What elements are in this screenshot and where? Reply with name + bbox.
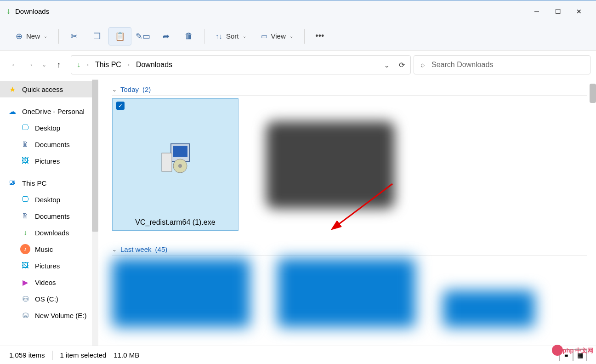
status-bar: 1,059 items 1 item selected 11.0 MB ≡ ▦	[0, 346, 596, 364]
sidebar-item-label: Desktop	[35, 196, 60, 204]
redacted-thumbnail	[266, 121, 395, 209]
close-button[interactable]: ✕	[568, 4, 590, 19]
sidebar-item-pictures[interactable]: 🖼Pictures	[0, 153, 98, 169]
sidebar-item-label: This PC	[22, 179, 46, 187]
content-pane: ⌄ Today (2) ✓ VC_redist.arm64 (1).exe	[98, 79, 596, 346]
star-icon: ★	[7, 84, 17, 94]
group-header-today[interactable]: ⌄ Today (2)	[112, 84, 587, 96]
view-button[interactable]: ▭ View ⌄	[254, 27, 301, 46]
new-button[interactable]: ⊕ New ⌄	[8, 27, 55, 46]
sidebar-item-label: Downloads	[35, 229, 69, 237]
sidebar-item-desktop[interactable]: 🖵Desktop	[0, 191, 98, 208]
cloud-icon: ☁	[7, 106, 17, 116]
file-name: VC_redist.arm64 (1).exe	[113, 216, 238, 230]
watermark: php 中文网	[563, 347, 593, 355]
pic-icon: 🖼	[20, 261, 30, 271]
minimize-button[interactable]: ─	[526, 4, 547, 19]
installer-icon	[117, 99, 234, 216]
downloads-icon: ↓	[77, 61, 80, 69]
sidebar-item-label: OS (C:)	[35, 295, 58, 303]
sidebar-item-label: Desktop	[35, 124, 60, 132]
sidebar-item-os-c-[interactable]: ⛁OS (C:)	[0, 290, 98, 307]
forward-button[interactable]: →	[24, 60, 35, 70]
breadcrumb-item[interactable]: Downloads	[136, 61, 172, 69]
sidebar-item-new-volume-e-[interactable]: ⛁New Volume (E:)	[0, 307, 98, 324]
search-box[interactable]: ⌕ Search Downloads	[414, 55, 590, 74]
chevron-right-icon: ›	[126, 62, 131, 68]
doc-icon: 🗎	[20, 139, 30, 149]
scrollbar-thumb[interactable]	[590, 84, 596, 103]
sidebar-item-label: Pictures	[35, 262, 60, 270]
sidebar-item-quick-access[interactable]: ★Quick access	[0, 81, 98, 97]
mus-icon: ♪	[20, 244, 30, 254]
more-button[interactable]: •••	[308, 27, 331, 46]
desk-icon: 🖵	[20, 194, 30, 205]
cut-button[interactable]: ✂	[62, 27, 85, 46]
chevron-down-icon: ⌄	[289, 34, 293, 39]
sidebar-item-label: OneDrive - Personal	[22, 108, 85, 115]
file-item[interactable]	[266, 98, 392, 231]
sidebar-item-documents[interactable]: 🗎Documents	[0, 136, 98, 153]
sidebar-item-downloads[interactable]: ↓Downloads	[0, 224, 98, 241]
sidebar-item-label: Quick access	[22, 85, 63, 93]
address-dropdown[interactable]: ⌄	[384, 61, 390, 69]
file-item-selected[interactable]: ✓ VC_redist.arm64 (1).exe	[112, 98, 238, 231]
svg-rect-1	[173, 146, 187, 157]
divider	[58, 29, 59, 44]
sidebar-item-label: Videos	[35, 279, 56, 286]
sidebar-item-label: Documents	[35, 141, 70, 148]
drv-icon: ⛁	[20, 294, 30, 304]
sidebar-item-label: New Volume (E:)	[35, 312, 87, 319]
chevron-down-icon: ⌄	[112, 246, 117, 253]
sidebar-item-label: Documents	[35, 212, 70, 220]
divider	[204, 29, 204, 44]
copy-button[interactable]: ❐	[85, 27, 108, 46]
title-bar: ↓ Downloads ─ ☐ ✕	[0, 0, 596, 22]
sort-button[interactable]: ↑↓ Sort ⌄	[208, 27, 254, 46]
plus-icon: ⊕	[16, 31, 23, 41]
address-bar[interactable]: ↓ › This PC › Downloads ⌄ ⟳	[71, 55, 411, 74]
sidebar-item-onedrive-personal[interactable]: ☁OneDrive - Personal	[0, 103, 98, 119]
downloads-icon: ↓	[6, 6, 11, 16]
pic-icon: 🖼	[20, 156, 30, 166]
status-selection: 1 item selected	[60, 351, 107, 359]
main-area: ★Quick access☁OneDrive - Personal🖵Deskto…	[0, 79, 596, 346]
rename-button[interactable]: ✎▭	[131, 27, 154, 46]
status-total: 1,059 items	[9, 351, 45, 359]
search-placeholder: Search Downloads	[431, 61, 493, 69]
desk-icon: 🖵	[20, 123, 30, 133]
share-button[interactable]: ➦	[154, 27, 177, 46]
svg-rect-2	[162, 153, 172, 171]
sidebar-item-music[interactable]: ♪Music	[0, 241, 98, 257]
chevron-down-icon: ⌄	[44, 34, 47, 39]
chevron-down-icon: ⌄	[112, 86, 117, 93]
scrollbar-thumb[interactable]	[92, 80, 98, 232]
view-icon: ▭	[261, 32, 267, 40]
search-icon: ⌕	[420, 61, 425, 69]
paste-button[interactable]: 📋	[108, 27, 131, 46]
svg-point-4	[178, 164, 182, 168]
group-header-lastweek[interactable]: ⌄ Last week (45)	[112, 244, 587, 256]
scrollbar-track[interactable]	[92, 79, 98, 346]
status-size: 11.0 MB	[114, 351, 139, 359]
selection-checkbox[interactable]: ✓	[116, 102, 125, 110]
sidebar-item-videos[interactable]: ▶Videos	[0, 274, 98, 290]
delete-button[interactable]: 🗑	[177, 27, 200, 46]
back-button[interactable]: ←	[9, 60, 20, 70]
maximize-button[interactable]: ☐	[547, 4, 568, 19]
sidebar-item-pictures[interactable]: 🖼Pictures	[0, 257, 98, 274]
redacted-thumbnail[interactable]	[112, 258, 250, 327]
breadcrumb-item[interactable]: This PC	[95, 61, 121, 69]
chevron-down-icon: ⌄	[243, 34, 246, 39]
sidebar-item-documents[interactable]: 🗎Documents	[0, 208, 98, 224]
recent-dropdown[interactable]: ⌄	[39, 62, 50, 68]
up-button[interactable]: ↑	[53, 60, 64, 70]
redacted-thumbnail[interactable]	[278, 258, 415, 327]
drv-icon: ⛁	[20, 310, 30, 320]
window-title: Downloads	[15, 7, 49, 15]
sidebar-item-desktop[interactable]: 🖵Desktop	[0, 119, 98, 136]
refresh-button[interactable]: ⟳	[399, 61, 405, 69]
divider	[304, 29, 305, 44]
redacted-thumbnail[interactable]	[443, 290, 535, 327]
sidebar-item-this-pc[interactable]: 🖳This PC	[0, 175, 98, 191]
